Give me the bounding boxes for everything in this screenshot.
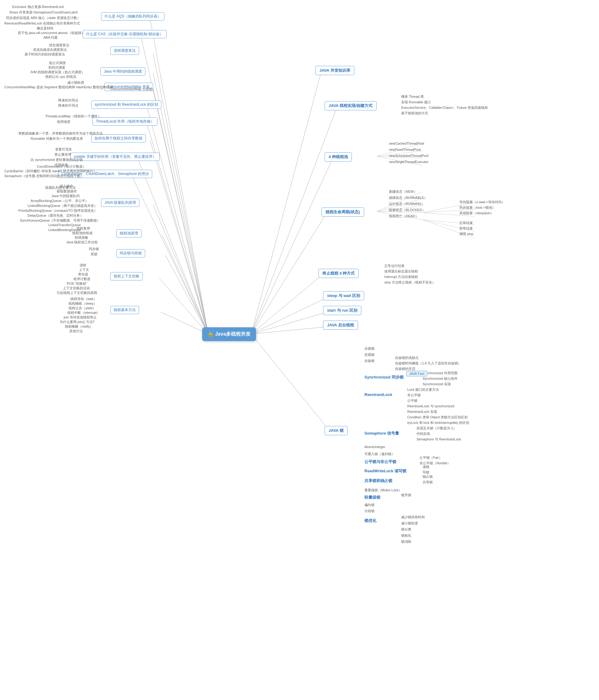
lock-fair-unfair: 公平锁与非公平锁	[364, 459, 396, 465]
lock-reentrant-label: ReentrantLock	[364, 392, 392, 397]
pool4-child4: newSingleThreadExecutor	[389, 160, 428, 164]
section-label: JAVA 线程实现/创建方式	[329, 103, 373, 108]
algo-child1: 优先调度算法	[49, 43, 69, 48]
node-thread-schedule: Java 中用到的线程调度	[100, 68, 146, 76]
tp-child4: Java 线程池工作过程	[66, 240, 98, 245]
svg-line-23	[161, 312, 208, 334]
lc-child3: 运行状态（RUNNING）	[389, 202, 425, 206]
section-start-run: start 与 run 区别	[323, 306, 361, 315]
end-child2: 使用退出标志退出线程	[384, 269, 418, 274]
lc-dead-sub1: 正常结束	[459, 221, 473, 225]
chm-child2: ConcurrentHashMap 是由 Segment 数组结构和 HashE…	[4, 85, 113, 90]
lock-shared-exclusive: 共享锁和独占锁	[364, 478, 392, 484]
tp-label: 线程池原理	[120, 231, 138, 235]
svg-line-12	[153, 73, 208, 334]
ts-child4: 线程让出 cpu 的情况	[45, 74, 76, 79]
tb-child4: 线程中断（interrupt）	[68, 310, 100, 315]
ts-child2: 协同式调度	[48, 65, 65, 70]
tp-child1: 线程复用	[77, 226, 90, 231]
section-label: JAVA 并发知识库	[319, 68, 350, 73]
lock-rw-sub1: 读锁	[423, 465, 429, 469]
lock-sync-sub2: Synchronized 核心组件	[423, 376, 458, 381]
end-child4: stop 方法终止线程（线程不安全）	[384, 280, 436, 285]
lock-re-sub5: ReentrantLock 实现	[407, 409, 437, 414]
node-threadlocal: ThreadLocal 作用（线程本地存储）	[93, 117, 157, 126]
cb-child1: CountDownLatch（统计计数器）	[37, 164, 86, 169]
section-label: JAVA 锁	[329, 428, 344, 433]
svg-line-16	[150, 140, 208, 334]
section-bg-thread: JAVA 后台线程	[323, 321, 358, 330]
lock-sync-sub3: Synchronized 实现	[423, 382, 451, 386]
section-label: 线程生命周期(状态)	[325, 210, 360, 214]
lock-spin-sub2: 自旋锁时间阈值（1.6 引入了适应性自旋锁）	[395, 361, 461, 366]
section-thread-create: JAVA 线程实现/创建方式	[324, 101, 377, 110]
sd-child1: 将数据抽象成一个类，并将数据的操作作为这个类的方法	[18, 131, 103, 136]
java-fast-label: JAVA Fast	[409, 372, 424, 375]
svg-line-19	[153, 205, 208, 334]
vol-child1: 变量可见性	[55, 147, 72, 152]
java-fast-tag: JAVA Fast	[407, 371, 427, 376]
lc-blocked-sub3: 其他阻塞（sleep/join）	[459, 211, 494, 216]
bq-child10: LinkedTransferQueue	[48, 223, 81, 227]
node-sync-reentrant: synchronized 和 ReentrantLock 的区别	[91, 101, 161, 109]
lock-lightweight: 轻量级锁	[364, 495, 380, 500]
lock-shared-sub1: 独占锁	[423, 474, 433, 479]
cs-child6: 上下文切换的活动	[63, 286, 90, 291]
lock-re-sub1: Lock 接口的主要方法	[407, 388, 439, 392]
lock-biased: 偏向锁	[364, 503, 374, 507]
lc-blocked-sub2: 同步阻塞（lock->锁池）	[459, 205, 495, 210]
bq-child3: 阻塞队列的主要方法	[45, 185, 76, 190]
lock-opt-sub5: 锁消除	[401, 540, 411, 544]
lock-re-sub2: 非公平锁	[407, 393, 421, 398]
tb-child6: 为什么要用 join() 方法?	[60, 320, 95, 324]
mindmap-lines	[0, 0, 599, 700]
lock-opt-sub2: 减小锁粒度	[401, 521, 418, 526]
cs-child4: 程序计数器	[74, 277, 90, 281]
lock-re-sub6: Condition 类和 Object 类锁方法区别区别	[407, 415, 468, 420]
node-sync-deadlock: 同步锁与死锁	[116, 249, 145, 257]
lock-optimistic: 乐观锁	[364, 346, 374, 351]
section-concurrent-lib: JAVA 并发知识库	[315, 66, 354, 75]
svg-line-13	[153, 88, 208, 334]
mindmap-container: 🔒 Java多线程并发 JAVA 并发知识库 JAVA 线程实现/创建方式 继承…	[0, 0, 599, 700]
aqs-child3: 同步器的实现是 ABS 核心（state 资源状态计数）	[6, 16, 80, 20]
svg-line-8	[251, 334, 331, 432]
lc-child4: 阻塞状态（BLOCKED）	[389, 208, 425, 212]
bq-child9: SynchronousQueue（不存储数据、可用于传递数据）	[20, 218, 100, 223]
svg-line-22	[159, 278, 208, 334]
bq-child8: DelayQueue（缓存失效、定时任务）	[28, 213, 83, 218]
node-blocking-queue: JAVA 阻塞队列原理	[101, 199, 139, 207]
section-thread-pool-4: 4 种线程池	[324, 152, 352, 161]
lock-fair-sub1: 公平锁（Fair）	[420, 455, 442, 460]
tb-child1: 线程等待（wait）	[71, 297, 97, 301]
lc-dead-sub3: 调用 stop	[459, 232, 473, 236]
bq-child5: ArrayBlockingQueue（公平、非公平）	[31, 199, 88, 203]
svg-line-11	[153, 53, 208, 334]
tp-child3: 拒绝策略	[75, 235, 88, 240]
tl-child1: ThreadLocalMap（线程的一个属性）	[45, 114, 101, 119]
thread-create-child4: 基于线程池的方式	[401, 111, 428, 116]
section-label: 4 种线程池	[329, 154, 348, 159]
node-schedule-algo: 进程调度算法	[110, 47, 139, 55]
cas-child3: ABA 问题	[44, 35, 58, 40]
tb-child2: 线程睡眠（sleep）	[69, 301, 97, 306]
lock-spin: 自旋锁	[364, 358, 374, 363]
lc-child2: 就绪状态（RUNNABLE）	[389, 196, 427, 200]
cs-child1: 进程	[80, 263, 86, 268]
svg-line-2	[251, 156, 334, 334]
svg-line-10	[141, 36, 208, 334]
svg-line-6	[251, 311, 331, 334]
tb-child3: 线程让步（yield）	[69, 306, 96, 310]
lock-shared-sub2: 共享锁	[423, 480, 433, 484]
lock-re-sub7: tryLock 和 lock 和 lockInterruptibly 的区别	[407, 421, 469, 425]
lock-spin-sub3: 自旋锁的开启	[395, 367, 415, 371]
lock-sem-sub3: Semaphore 与 ReentrantLock	[416, 437, 461, 442]
section-label: JAVA 后台线程	[327, 323, 354, 327]
svg-line-9	[150, 18, 208, 334]
lock-spin-sub1: 自旋锁的优缺点	[395, 355, 419, 360]
lc-blocked-sub1: 等待阻塞（o.wait->等待对列）	[459, 200, 505, 204]
lock-segment: 分段锁	[364, 509, 374, 514]
svg-line-14	[147, 107, 208, 334]
svg-line-7	[251, 326, 331, 334]
node-volatile: volatile 关键字的作用（变量可见性、禁止重排序）	[71, 153, 160, 161]
